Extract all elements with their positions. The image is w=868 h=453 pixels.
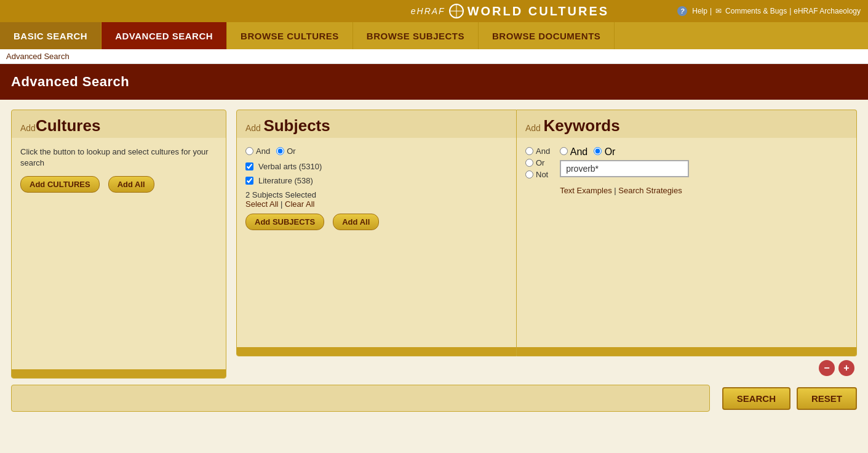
tab-browse-documents[interactable]: Browse DOCUMENTS: [479, 22, 615, 49]
subjects-or-radio[interactable]: [276, 147, 284, 155]
keywords-main-title: Keywords: [543, 116, 619, 135]
search-summary-bar: [11, 385, 710, 412]
cultures-title-row: Add Cultures: [12, 110, 226, 138]
subjects-panel: Add Subjects And Or: [236, 110, 517, 356]
breadcrumb: Advanced Search: [0, 49, 868, 64]
logo-globe-icon: [449, 4, 464, 18]
add-subjects-button[interactable]: Add SUBJECTS: [245, 214, 324, 230]
add-row-button[interactable]: +: [838, 360, 854, 376]
cultures-panel-footer: [12, 369, 226, 378]
remove-row-button[interactable]: −: [819, 360, 835, 376]
page-title: Advanced Search: [11, 74, 129, 89]
keywords-input-row: And Or Not: [525, 146, 848, 195]
breadcrumb-link[interactable]: Advanced Search: [6, 52, 70, 61]
clear-all-link[interactable]: Clear All: [285, 199, 314, 209]
kw-or-left-label[interactable]: Or: [525, 158, 550, 167]
logo-ehraf: eHRAF: [411, 6, 445, 16]
literature-item: Literature (538): [245, 176, 508, 185]
keywords-panel-inner: And Or Not: [517, 138, 856, 347]
add-all-cultures-button[interactable]: Add All: [108, 176, 154, 193]
kw-and-right-radio[interactable]: [560, 147, 568, 155]
selected-info: 2 Subjects Selected Select All | Clear A…: [245, 190, 508, 209]
keywords-panel: Add Keywords And: [517, 110, 857, 356]
verbal-arts-label: Verbal arts (5310): [258, 162, 322, 171]
search-button[interactable]: SEARCH: [722, 387, 790, 410]
keywords-right-logic-row: And Or: [560, 146, 689, 158]
verbal-arts-checkbox[interactable]: [245, 162, 253, 170]
subjects-main-title: Subjects: [263, 116, 330, 135]
cultures-description: Click the button to lookup and select cu…: [20, 146, 217, 169]
archaeology-link[interactable]: eHRAF Archaeology: [794, 7, 861, 15]
subjects-panel-inner: And Or Verbal arts (5310) L: [237, 138, 516, 347]
comments-link[interactable]: Comments & Bugs: [725, 7, 787, 15]
literature-label: Literature (538): [258, 176, 313, 185]
select-all-link[interactable]: Select All: [245, 199, 278, 209]
nav-tabs: BASIC Search ADVANCED Search Browse CULT…: [0, 22, 868, 49]
cultures-add-label: Add: [20, 123, 36, 133]
subjects-title-row: Add Subjects: [237, 110, 516, 138]
keywords-add-label: Add: [525, 123, 541, 133]
subjects-panel-footer: [237, 347, 516, 356]
cultures-panel: Add Cultures Click the button to lookup …: [11, 110, 226, 379]
top-bar: eHRAF WORLD CULTURES ? Help | ✉ Comments…: [0, 0, 868, 22]
subjects-and-radio[interactable]: [245, 147, 253, 155]
keywords-left-logic: And Or Not: [525, 146, 550, 179]
keyword-links: Text Examples | Search Strategies: [560, 186, 689, 195]
kw-not-left-label[interactable]: Not: [525, 170, 550, 179]
kw-and-right-label[interactable]: And: [560, 146, 587, 158]
page-title-bar: Advanced Search: [0, 64, 868, 100]
subjects-add-all-button[interactable]: Add All: [333, 214, 379, 230]
subjects-keywords-panels: Add Subjects And Or: [236, 110, 857, 356]
kw-not-left-radio[interactable]: [525, 170, 533, 178]
subjects-logic-row: And Or: [245, 146, 508, 156]
keywords-right-area: And Or Text Examples | Search Strat: [560, 146, 689, 195]
kw-or-left-radio[interactable]: [525, 159, 533, 167]
tab-basic-search[interactable]: BASIC Search: [0, 22, 102, 49]
keyword-input[interactable]: [560, 160, 689, 177]
subjects-and-label[interactable]: And: [245, 146, 270, 156]
literature-checkbox[interactable]: [245, 177, 253, 185]
cultures-panel-inner: Click the button to lookup and select cu…: [12, 138, 226, 369]
add-cultures-button[interactable]: Add CULTURES: [20, 176, 100, 193]
kw-and-left-label[interactable]: And: [525, 146, 550, 156]
verbal-arts-item: Verbal arts (5310): [245, 162, 508, 171]
subjects-buttons: Add SUBJECTS Add All: [245, 214, 508, 230]
keywords-panel-footer: [517, 347, 856, 356]
help-links: ? Help | ✉ Comments & Bugs | eHRAF Archa…: [677, 6, 861, 16]
search-strategies-link[interactable]: Search Strategies: [618, 186, 682, 195]
help-link[interactable]: Help: [692, 7, 707, 15]
bottom-action-row: SEARCH RESET: [0, 379, 868, 418]
circle-buttons-row: − +: [236, 356, 857, 379]
kw-or-right-radio[interactable]: [594, 147, 602, 155]
subjects-keywords-col: Add Subjects And Or: [236, 110, 857, 379]
cultures-buttons: Add CULTURES Add All: [20, 176, 217, 193]
tab-browse-subjects[interactable]: Browse SUBJECTS: [353, 22, 479, 49]
logo-main: WORLD CULTURES: [468, 4, 610, 18]
mail-icon: ✉: [715, 7, 722, 15]
tab-advanced-search[interactable]: ADVANCED Search: [102, 22, 227, 49]
text-examples-link[interactable]: Text Examples: [560, 186, 612, 195]
help-icon: ?: [677, 6, 687, 16]
kw-or-right-label[interactable]: Or: [594, 146, 615, 158]
subjects-add-label: Add: [245, 123, 261, 133]
tab-browse-cultures[interactable]: Browse CULTURES: [227, 22, 353, 49]
keywords-title-row: Add Keywords: [517, 110, 856, 138]
kw-and-left-radio[interactable]: [525, 147, 533, 155]
cultures-main-title: Cultures: [36, 116, 100, 135]
reset-button[interactable]: RESET: [797, 387, 857, 410]
selected-count: 2 Subjects Selected: [245, 190, 316, 199]
logo-area: eHRAF WORLD CULTURES: [343, 4, 678, 18]
subjects-or-label[interactable]: Or: [276, 146, 295, 156]
